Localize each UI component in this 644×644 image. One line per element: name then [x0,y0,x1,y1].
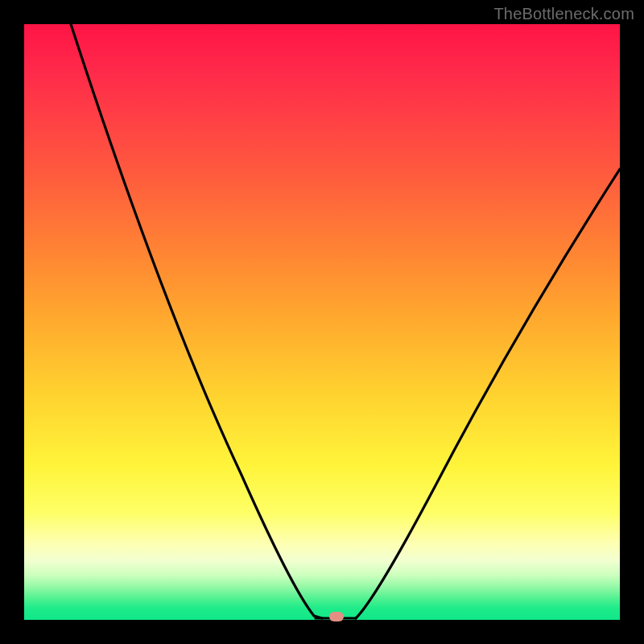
watermark-text: TheBottleneck.com [493,5,634,23]
plot-area [24,24,620,620]
bottleneck-curve [24,24,620,620]
optimal-marker [329,612,344,621]
chart-frame: TheBottleneck.com [0,0,644,644]
